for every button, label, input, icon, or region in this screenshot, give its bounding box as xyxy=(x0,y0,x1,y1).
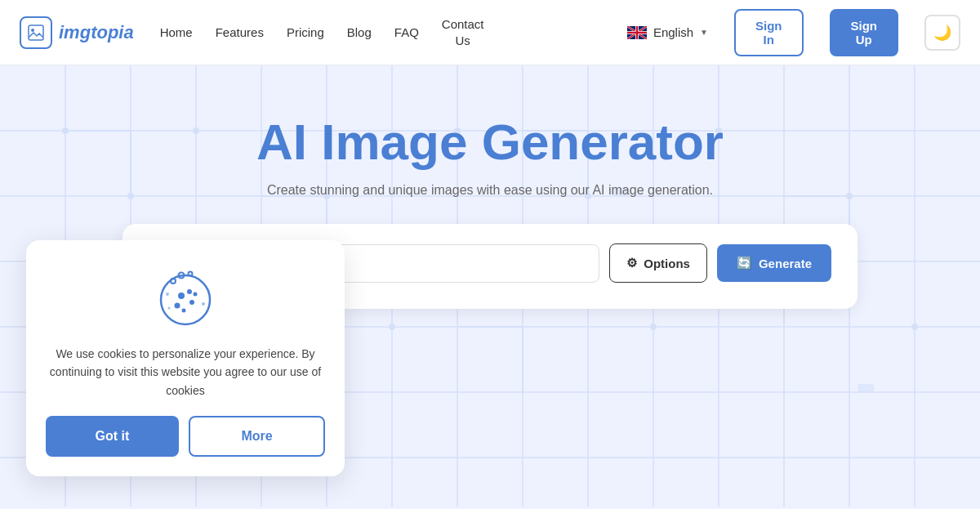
svg-point-45 xyxy=(187,289,192,294)
svg-point-43 xyxy=(189,300,194,305)
svg-point-25 xyxy=(193,127,199,134)
nav-blog[interactable]: Blog xyxy=(347,25,372,39)
hero-section: AI Image Generator Create stunning and u… xyxy=(0,65,980,509)
svg-point-28 xyxy=(389,324,395,330)
svg-point-44 xyxy=(175,302,180,308)
svg-point-52 xyxy=(202,302,205,306)
svg-point-41 xyxy=(161,275,210,324)
svg-rect-0 xyxy=(29,25,43,40)
nav-links: Home Features Pricing Blog FAQ ContactUs xyxy=(160,16,601,48)
cookie-banner: We use cookies to personalize your exper… xyxy=(26,240,345,476)
cookie-message: We use cookies to personalize your exper… xyxy=(46,345,325,400)
svg-point-48 xyxy=(171,279,176,284)
nav-features[interactable]: Features xyxy=(216,25,264,39)
cookie-buttons: Got it More xyxy=(46,416,325,457)
hero-subtitle: Create stunning and unique images with e… xyxy=(267,183,713,198)
language-selector[interactable]: English ▼ xyxy=(627,25,708,39)
nav-contact[interactable]: ContactUs xyxy=(442,16,484,48)
svg-rect-40 xyxy=(858,384,874,392)
svg-point-42 xyxy=(178,292,185,299)
nav-home[interactable]: Home xyxy=(160,25,193,39)
svg-point-51 xyxy=(166,292,169,296)
moon-icon: 🌙 xyxy=(933,24,951,42)
refresh-icon: 🔄 xyxy=(737,256,752,270)
nav-faq[interactable]: FAQ xyxy=(394,25,419,39)
uk-flag-icon xyxy=(627,26,647,39)
cookie-icon-wrap xyxy=(153,263,218,332)
gear-icon: ⚙ xyxy=(626,256,637,270)
svg-point-1 xyxy=(31,29,34,32)
chevron-down-icon: ▼ xyxy=(700,28,708,37)
svg-point-32 xyxy=(650,324,657,330)
more-button[interactable]: More xyxy=(189,416,325,457)
sign-up-button[interactable]: SignUp xyxy=(830,9,899,56)
svg-point-53 xyxy=(168,306,171,309)
logo[interactable]: imgtopia xyxy=(20,16,134,49)
svg-point-50 xyxy=(189,271,193,275)
svg-point-36 xyxy=(911,324,918,330)
nav-pricing[interactable]: Pricing xyxy=(287,25,324,39)
navbar: imgtopia Home Features Pricing Blog FAQ … xyxy=(0,0,980,65)
sign-in-button[interactable]: SignIn xyxy=(734,9,804,56)
svg-point-47 xyxy=(194,292,198,296)
svg-point-46 xyxy=(182,308,186,312)
got-it-button[interactable]: Got it xyxy=(46,416,179,457)
options-button[interactable]: ⚙ Options xyxy=(609,243,707,283)
dark-mode-toggle[interactable]: 🌙 xyxy=(924,15,960,51)
hero-title: AI Image Generator xyxy=(256,114,724,170)
logo-icon xyxy=(20,16,52,49)
logo-text: imgtopia xyxy=(59,22,134,43)
language-label: English xyxy=(653,25,693,39)
generate-button[interactable]: 🔄 Generate xyxy=(717,244,831,282)
cookie-icon xyxy=(153,263,218,328)
